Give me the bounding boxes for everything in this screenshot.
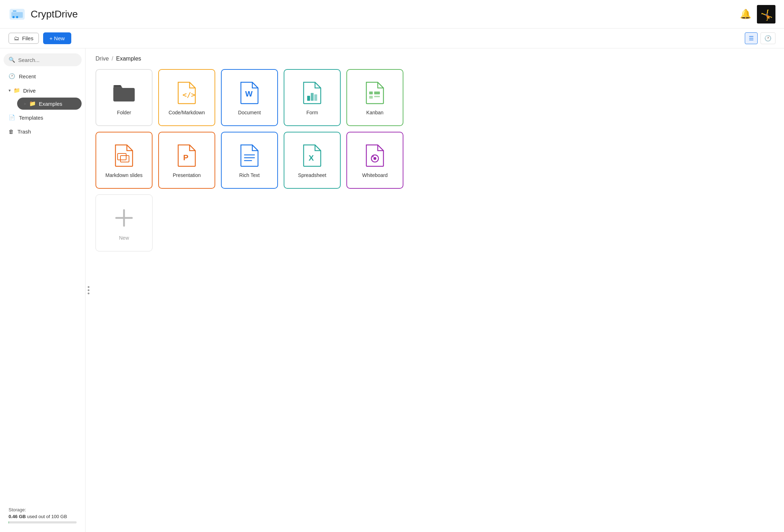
expand-icon: ▸ [24,101,26,106]
search-placeholder: Search... [18,57,40,63]
file-grid: Folder </> Code/Markdown [96,69,774,251]
header-actions: 🔔 🤸 [740,5,775,24]
sidebar: 🔍 Search... 🕐 Recent ▾ 📁 Drive ▸ 📁 Examp… [0,48,86,532]
recent-icon: 🕐 [9,73,15,79]
header: CryptDrive 🔔 🤸 [0,0,784,28]
history-button[interactable]: 🕐 [760,32,775,44]
document-icon: W [238,80,261,105]
files-label: Files [22,35,33,41]
svg-rect-4 [13,11,16,11]
drive-section: ▾ 📁 Drive ▸ 📁 Examples [4,84,82,110]
list-view-button[interactable]: ☰ [745,32,758,44]
svg-point-2 [12,16,15,18]
trash-label: Trash [17,129,31,135]
document-label: Document [238,110,261,115]
drive-header[interactable]: ▾ 📁 Drive [4,84,82,97]
svg-text:W: W [245,89,253,98]
search-bar[interactable]: 🔍 Search... [4,53,82,66]
new-label: + New [50,35,65,41]
rich-text-label: Rich Text [239,172,259,178]
form-label: Form [306,110,318,115]
form-icon [301,80,324,105]
drive-folder-icon: 📁 [14,87,20,94]
svg-rect-10 [311,93,314,101]
app-title: CryptDrive [31,9,78,20]
svg-text:X: X [309,153,314,162]
new-button[interactable]: + New [43,32,71,44]
svg-point-25 [372,155,374,157]
toolbar: 🗂 Files + New ☰ 🕐 [0,28,784,48]
file-card-kanban[interactable]: Kanban [346,69,403,126]
svg-text:🤸: 🤸 [760,9,773,21]
storage-used-bold: 0.46 GB [9,514,26,519]
whiteboard-label: Whiteboard [362,172,388,178]
file-card-presentation[interactable]: P Presentation [158,132,215,189]
file-card-whiteboard[interactable]: Whiteboard [346,132,403,189]
file-card-folder[interactable]: Folder [96,69,153,126]
file-card-document[interactable]: W Document [221,69,278,126]
notification-icon[interactable]: 🔔 [740,9,751,20]
files-icon: 🗂 [14,35,19,41]
file-card-markdown-slides[interactable]: Markdown slides [96,132,153,189]
app-logo: CryptDrive [9,6,740,23]
templates-label: Templates [19,115,43,121]
svg-rect-11 [314,94,317,101]
markdown-slides-label: Markdown slides [105,172,143,178]
new-plus-icon [113,205,135,231]
svg-text:</>: </> [182,90,195,99]
svg-rect-14 [374,92,380,94]
drive-label: Drive [23,88,36,94]
breadcrumb-drive[interactable]: Drive [96,56,109,62]
search-icon: 🔍 [9,57,15,63]
slides-icon [113,142,135,168]
sidebar-item-examples[interactable]: ▸ 📁 Examples [17,98,82,110]
file-card-rich-text[interactable]: Rich Text [221,132,278,189]
storage-bar [9,521,77,523]
resize-handle[interactable] [88,286,89,294]
rich-text-icon [238,142,261,168]
history-icon: 🕐 [764,35,772,42]
sidebar-item-recent[interactable]: 🕐 Recent [4,70,82,83]
kanban-label: Kanban [366,110,383,115]
dot3 [88,293,89,294]
storage-info: Storage: 0.46 GB used out of 100 GB [4,504,82,527]
dot2 [88,290,89,291]
presentation-label: Presentation [173,172,201,178]
folder-icon [113,80,135,105]
drive-icon [9,6,26,23]
new-card-label: New [119,235,129,241]
svg-point-3 [16,16,18,18]
storage-used-rest: used out of [27,514,51,519]
file-card-code-markdown[interactable]: </> Code/Markdown [158,69,215,126]
sidebar-item-trash[interactable]: 🗑 Trash [4,125,82,138]
breadcrumb-current: Examples [116,56,141,62]
trash-icon: 🗑 [9,129,14,135]
files-button[interactable]: 🗂 Files [9,33,39,44]
svg-rect-13 [369,96,373,99]
svg-rect-15 [374,96,380,97]
list-view-icon: ☰ [749,35,754,42]
storage-total: 100 GB [51,514,67,519]
code-icon: </> [175,80,198,105]
examples-label: Examples [39,101,62,107]
sidebar-item-templates[interactable]: 📄 Templates [4,111,82,124]
storage-used: 0.46 GB used out of 100 GB [9,514,77,519]
collapse-icon: ▾ [9,88,11,93]
templates-icon: 📄 [9,114,15,121]
breadcrumb: Drive / Examples [96,56,774,62]
spreadsheet-label: Spreadsheet [298,172,326,178]
file-card-form[interactable]: Form [284,69,341,126]
file-card-new[interactable]: New [96,194,153,251]
whiteboard-icon [363,142,386,168]
svg-text:P: P [183,153,189,162]
dot1 [88,286,89,288]
drive-tree: ▸ 📁 Examples [4,98,82,110]
folder-label: Folder [117,110,131,115]
storage-fill [9,521,9,523]
toolbar-right: ☰ 🕐 [745,32,775,44]
user-avatar[interactable]: 🤸 [757,5,775,24]
code-markdown-label: Code/Markdown [169,110,205,115]
file-card-spreadsheet[interactable]: X Spreadsheet [284,132,341,189]
kanban-icon [363,80,386,105]
breadcrumb-separator: / [112,56,113,62]
